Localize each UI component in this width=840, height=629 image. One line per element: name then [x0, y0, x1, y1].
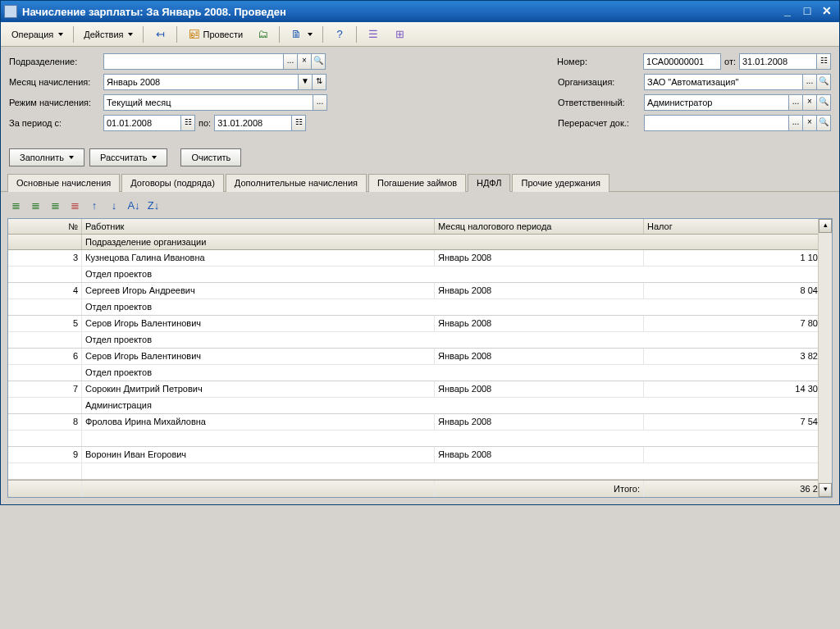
- cell-employee: Серов Игорь Валентинович: [82, 349, 435, 364]
- cell-employee: Воронин Иван Егорович: [82, 447, 435, 463]
- resp-input[interactable]: [644, 94, 789, 111]
- period-to-input[interactable]: [214, 115, 292, 131]
- chevron-down-icon: [58, 33, 63, 36]
- arrow-left-icon: ↤: [153, 28, 167, 41]
- link-icon: 🗎: [290, 28, 303, 41]
- lookup-button[interactable]: 🔍: [816, 74, 831, 90]
- move-down-icon[interactable]: ↓: [106, 198, 122, 213]
- col-number[interactable]: №: [8, 219, 82, 234]
- cell-dept: Отдел проектов: [82, 365, 832, 381]
- table-row[interactable]: 8Фролова Ирина МихайловнаЯнварь 20087 54…: [8, 414, 832, 447]
- clear-button[interactable]: ×: [802, 115, 817, 131]
- clear-button[interactable]: ×: [297, 53, 312, 70]
- list-button[interactable]: ☰: [361, 25, 386, 43]
- cell-tax: 7 800: [644, 316, 832, 331]
- cell-number: 7: [8, 381, 82, 397]
- table-row[interactable]: 3Кузнецова Галина ИвановнаЯнварь 20081 1…: [8, 250, 832, 283]
- lookup-button[interactable]: 🔍: [816, 115, 831, 131]
- main-toolbar: Операция Действия ↤ 🗟Провести 🗂 🗎 ? ☰ ⊞: [1, 22, 839, 47]
- move-up-icon[interactable]: ↑: [86, 198, 103, 213]
- lookup-button[interactable]: 🔍: [311, 53, 326, 70]
- col-employee[interactable]: Работник: [82, 219, 435, 234]
- dots-button[interactable]: ...: [788, 115, 803, 131]
- calendar-button[interactable]: ☷: [291, 115, 306, 131]
- calendar-button[interactable]: ☷: [180, 115, 195, 131]
- new-button[interactable]: ↤: [148, 25, 172, 43]
- window-title: Начисление зарплаты: За Январь 2008. Про…: [22, 6, 777, 18]
- dropdown-button[interactable]: ▼: [298, 74, 313, 90]
- dots-button[interactable]: ...: [788, 94, 803, 111]
- table-row[interactable]: 5Серов Игорь ВалентиновичЯнварь 20087 80…: [8, 316, 832, 349]
- close-button[interactable]: ✕: [818, 3, 836, 20]
- dept-input[interactable]: [103, 53, 284, 70]
- sort-asc-icon[interactable]: A↓: [126, 198, 142, 213]
- tab-loans[interactable]: Погашение займов: [368, 174, 466, 192]
- date-label: от:: [724, 57, 736, 66]
- help-button[interactable]: ?: [327, 25, 352, 43]
- fill-button[interactable]: Заполнить: [9, 148, 84, 166]
- link-button[interactable]: 🗎: [284, 25, 318, 43]
- tabs: Основные начисления Договоры (подряда) Д…: [1, 173, 839, 192]
- dots-button[interactable]: ...: [283, 53, 298, 70]
- table-row[interactable]: 7Сорокин Дмитрий ПетровичЯнварь 200814 3…: [8, 381, 832, 414]
- org-input[interactable]: [644, 74, 803, 90]
- cell-employee: Фролова Ирина Михайловна: [82, 414, 435, 430]
- tab-ndfl[interactable]: НДФЛ: [468, 174, 510, 192]
- scroll-up-icon[interactable]: ▴: [819, 219, 832, 233]
- scrollbar[interactable]: ▴ ▾: [818, 219, 832, 497]
- cell-number: 6: [8, 349, 82, 364]
- lookup-button[interactable]: 🔍: [816, 94, 831, 111]
- chevron-down-icon: [152, 156, 157, 159]
- recalc-label: Перерасчет док.:: [558, 118, 644, 128]
- month-input[interactable]: [103, 74, 299, 90]
- chevron-down-icon: [308, 33, 313, 36]
- table-row[interactable]: 4Сергеев Игорь АндреевичЯнварь 20088 049…: [8, 283, 832, 316]
- scroll-down-icon[interactable]: ▾: [819, 483, 832, 497]
- calendar-button[interactable]: ☷: [816, 53, 831, 70]
- cell-month: Январь 2008: [435, 283, 644, 299]
- chevron-down-icon: [128, 33, 133, 36]
- date-input[interactable]: [739, 53, 817, 70]
- calc-button[interactable]: Рассчитать: [89, 148, 167, 166]
- col-tax[interactable]: Налог: [644, 219, 832, 234]
- table-row[interactable]: 9Воронин Иван ЕгоровичЯнварь 2008: [8, 447, 832, 480]
- dots-button[interactable]: ...: [802, 74, 817, 90]
- recalc-input[interactable]: [644, 115, 789, 131]
- clear-button[interactable]: Очистить: [180, 148, 241, 166]
- mode-input[interactable]: [103, 94, 313, 111]
- go-button[interactable]: 🗂: [250, 25, 275, 43]
- period-from-input[interactable]: [103, 115, 181, 131]
- add-row-icon[interactable]: ≣: [7, 198, 24, 213]
- cell-employee: Серов Игорь Валентинович: [82, 316, 435, 331]
- tab-contracts[interactable]: Договоры (подряда): [121, 174, 224, 192]
- actions-menu[interactable]: Действия: [78, 27, 139, 42]
- copy-row-icon[interactable]: ≣: [47, 198, 63, 213]
- month-label: Месяц начисления:: [9, 77, 103, 87]
- post-button[interactable]: 🗟Провести: [181, 25, 249, 43]
- dots-button[interactable]: ...: [313, 94, 327, 111]
- titlebar: Начисление зарплаты: За Январь 2008. Про…: [1, 1, 839, 22]
- col-dept[interactable]: Подразделение организации: [82, 235, 832, 249]
- cell-month: Январь 2008: [435, 447, 644, 463]
- cell-employee: Сорокин Дмитрий Петрович: [82, 381, 435, 397]
- insert-row-icon[interactable]: ≣: [27, 198, 43, 213]
- post-icon: 🗟: [187, 28, 200, 41]
- struct-button[interactable]: ⊞: [387, 25, 412, 43]
- col-month[interactable]: Месяц налогового периода: [435, 219, 644, 234]
- number-input[interactable]: [643, 53, 721, 70]
- table-row[interactable]: 6Серов Игорь ВалентиновичЯнварь 20083 82…: [8, 349, 832, 381]
- tab-main[interactable]: Основные начисления: [7, 174, 120, 192]
- spinner-button[interactable]: ⇅: [312, 74, 326, 90]
- operation-menu[interactable]: Операция: [6, 27, 69, 42]
- cell-number: 9: [8, 447, 82, 463]
- delete-row-icon[interactable]: ≣: [66, 198, 83, 213]
- cell-month: Январь 2008: [435, 381, 644, 397]
- tab-other[interactable]: Прочие удержания: [512, 174, 609, 192]
- maximize-button[interactable]: □: [798, 3, 816, 20]
- tab-additional[interactable]: Дополнительные начисления: [226, 174, 367, 192]
- cell-tax: 3 824: [644, 349, 832, 364]
- clear-button[interactable]: ×: [802, 94, 817, 111]
- minimize-button[interactable]: _: [778, 3, 797, 20]
- cell-month: Январь 2008: [435, 316, 644, 331]
- sort-desc-icon[interactable]: Z↓: [145, 198, 162, 213]
